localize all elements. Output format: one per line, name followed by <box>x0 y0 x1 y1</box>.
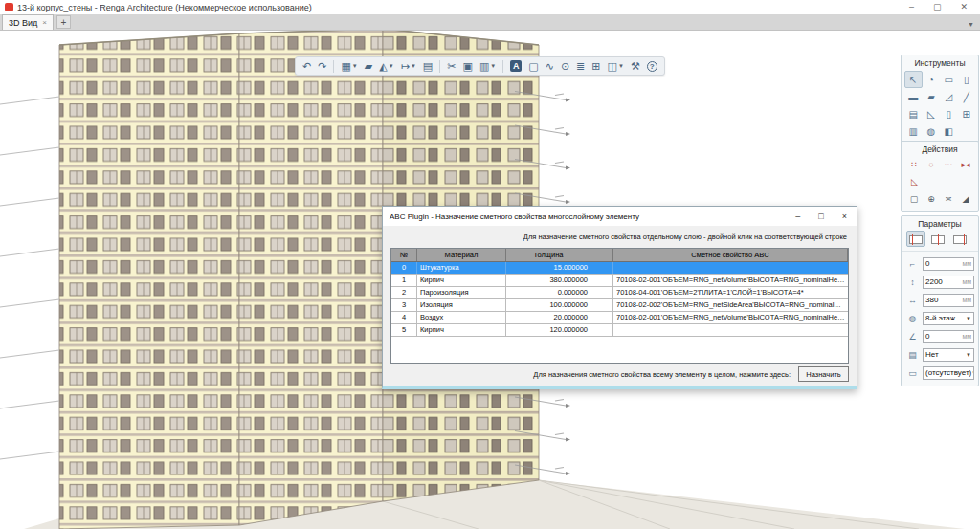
to-drawing[interactable]: ▢ <box>906 191 922 207</box>
dropdown-caret-icon[interactable]: ▼ <box>490 63 496 69</box>
placement-left-button[interactable] <box>906 231 925 247</box>
col-header: Материал <box>417 249 506 261</box>
beam-tool[interactable]: ▬ <box>904 88 923 105</box>
dropdown-caret-icon[interactable]: ▼ <box>352 63 358 69</box>
wall-tool[interactable]: ▭ <box>940 71 958 88</box>
railing-tool[interactable]: ▥ <box>904 122 923 140</box>
export-icon[interactable]: ↦▼ <box>398 58 419 75</box>
select-tool[interactable]: ↖ <box>904 71 923 88</box>
table-cell: 0 <box>391 262 417 274</box>
elevation-input[interactable]: 0мм <box>923 330 974 343</box>
offset-input[interactable]: 0мм <box>923 257 974 271</box>
stair-tool[interactable]: ▤ <box>904 105 923 122</box>
tab-list-dropdown-icon[interactable]: ▼ <box>968 21 974 28</box>
chevron-down-icon[interactable]: ▼ <box>966 352 971 358</box>
edit-nodes[interactable]: ∷ <box>906 157 922 172</box>
tools-panel: Инструменты ↖◔▭▯▬▰◿╱▤◺▯⊞▥◍◧ <box>901 55 979 144</box>
toolbar-separator <box>502 60 503 73</box>
assembly-tool[interactable]: ◧ <box>940 122 958 140</box>
height-input[interactable]: 2200мм <box>923 276 974 289</box>
help-icon[interactable]: ? <box>644 58 660 75</box>
trim[interactable]: ◺ <box>906 174 923 189</box>
material-value: (отсутствует) <box>925 368 971 377</box>
schedule-icon[interactable]: ⊞ <box>589 58 603 75</box>
tab-close-icon[interactable]: × <box>42 18 47 27</box>
mirror[interactable]: ▸◂ <box>958 157 973 172</box>
object-styles-icon[interactable]: ◭▼ <box>376 58 396 75</box>
column-tool[interactable]: ▯ <box>958 71 976 88</box>
floor-tool[interactable]: ▰ <box>923 88 941 105</box>
tab-bar: 3D Вид × + ▼ <box>0 14 980 31</box>
viewport-3d[interactable]: ↶↷▦▼▰◭▼↦▼▤✂▣▥▼A▢∿⊙≣⊞◫▼⚒? Инструменты ↖◔▭… <box>0 31 980 529</box>
material-icon: ▭ <box>905 368 920 378</box>
brush[interactable]: ◢ <box>958 191 973 207</box>
table-row[interactable]: 5Кирпич120.000000 <box>391 324 848 337</box>
spline-icon[interactable]: ∿ <box>543 58 557 75</box>
array[interactable]: ⋯ <box>941 157 956 172</box>
cut-icon[interactable]: ✂ <box>444 58 458 75</box>
text-style-icon[interactable]: A <box>507 58 524 75</box>
ramp-tool[interactable]: ◺ <box>923 105 941 122</box>
tab-3d-view[interactable]: 3D Вид × <box>2 14 54 30</box>
placement-right-button[interactable] <box>950 231 969 247</box>
table-row[interactable]: 3Изоляция100.00000070108-02-002'ОБЪЕМ=RN… <box>391 299 848 312</box>
dialog-titlebar[interactable]: ABC Plugin - Назначение сметного свойств… <box>383 207 857 226</box>
plumbing-tool[interactable]: ◍ <box>923 122 941 140</box>
level-line <box>0 350 59 358</box>
width-icon: ↔ <box>905 296 920 305</box>
elevation-icon: ∠ <box>905 332 920 342</box>
chevron-down-icon[interactable]: ▼ <box>971 370 974 376</box>
undo-icon[interactable]: ↶ <box>300 58 314 75</box>
new-tab-button[interactable]: + <box>56 15 71 29</box>
table-cell: Воздух <box>417 312 506 323</box>
maximize-button[interactable]: ▢ <box>933 0 942 14</box>
param-row-offset: ⌐0мм <box>902 254 978 273</box>
dialog-close-button[interactable]: × <box>842 211 847 221</box>
chevron-down-icon[interactable]: ▼ <box>966 316 971 321</box>
table-cell: Кирпич <box>417 324 506 336</box>
project-explorer-icon[interactable]: ▦▼ <box>338 58 360 75</box>
paste-icon[interactable]: ▥▼ <box>477 58 499 75</box>
folder-icon[interactable]: ▰ <box>362 58 375 75</box>
minimize-button[interactable]: – <box>909 0 914 14</box>
drawing-tool[interactable]: ╱ <box>958 88 976 105</box>
visibility-icon[interactable]: ⊙ <box>558 58 572 75</box>
level-icon: ◍ <box>905 314 920 323</box>
dialog-maximize-button[interactable]: □ <box>818 211 823 221</box>
level-select[interactable]: 8-й этаж▼ <box>923 312 974 325</box>
settings-wrench-icon[interactable]: ⚒ <box>628 58 643 75</box>
hatch-select[interactable]: Нет▼ <box>923 348 974 362</box>
print-icon[interactable]: ▤ <box>420 58 435 75</box>
dropdown-caret-icon[interactable]: ▼ <box>411 63 416 69</box>
placement-center-button[interactable] <box>928 231 947 247</box>
dialog-hint-bottom: Для назначения сметного свойства всему э… <box>533 370 791 379</box>
dropdown-caret-icon[interactable]: ▼ <box>389 63 394 69</box>
sheet-icon[interactable]: ▢ <box>525 58 541 75</box>
table-row[interactable]: 1Кирпич380.00000070108-02-001'ОБЪЕМ=RNG_… <box>391 275 848 287</box>
assign-button[interactable]: Назначить <box>798 366 849 382</box>
close-button[interactable]: ✕ <box>960 0 968 14</box>
material-select[interactable]: (отсутствует)▼ <box>923 366 974 380</box>
redo-icon[interactable]: ↷ <box>315 58 329 75</box>
actions-row: ▢⊕≍◢ <box>902 190 978 208</box>
door-tool[interactable]: ▯ <box>940 105 958 122</box>
table-cell: 2 <box>391 287 417 298</box>
table-cell <box>613 262 848 274</box>
window-tool[interactable]: ⊞ <box>958 105 976 122</box>
table-cell: Штукатурка <box>417 262 506 274</box>
levels-icon[interactable]: ≣ <box>573 58 588 75</box>
measure-tool[interactable]: ◔ <box>923 71 941 88</box>
copy-icon[interactable]: ▣ <box>459 58 475 75</box>
roof-tool[interactable]: ◿ <box>940 88 958 105</box>
zoom-selected[interactable]: ⊕ <box>924 191 939 207</box>
dialog-minimize-button[interactable]: – <box>795 211 800 221</box>
table-row[interactable]: 2Пароизоляция0.00000070108-04-001'ОБЪЕМ=… <box>391 287 848 299</box>
dropdown-caret-icon[interactable]: ▼ <box>618 63 624 69</box>
rotate[interactable]: ◌ <box>924 157 939 172</box>
windows-layout-icon[interactable]: ◫▼ <box>605 58 627 75</box>
width-input[interactable]: 380мм <box>923 294 974 307</box>
table-cell: Пароизоляция <box>417 287 506 298</box>
table-row[interactable]: 0Штукатурка15.000000 <box>391 262 848 275</box>
table-row[interactable]: 4Воздух20.00000070108-02-001'ОБЪЕМ=RNG_n… <box>391 312 848 324</box>
measure-distance[interactable]: ≍ <box>941 191 956 207</box>
